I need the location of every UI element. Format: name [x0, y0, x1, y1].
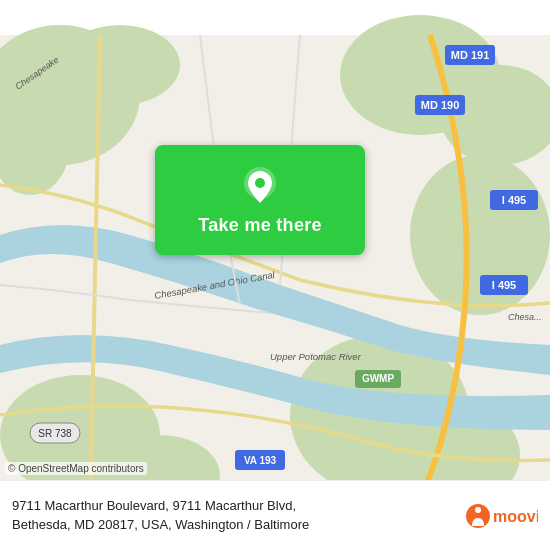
svg-text:SR 738: SR 738	[38, 428, 72, 439]
svg-text:Upper Potomac River: Upper Potomac River	[270, 351, 362, 362]
map-container: I 495 I 495 MD 191 MD 190 SR 738 VA 193 …	[0, 0, 550, 550]
svg-text:moovit: moovit	[493, 508, 538, 525]
address-text: 9711 Macarthur Boulevard, 9711 Macarthur…	[12, 497, 456, 533]
svg-text:I 495: I 495	[492, 279, 516, 291]
button-label: Take me there	[198, 215, 322, 236]
bottom-bar: 9711 Macarthur Boulevard, 9711 Macarthur…	[0, 480, 550, 550]
svg-text:MD 191: MD 191	[451, 49, 490, 61]
address-block: 9711 Macarthur Boulevard, 9711 Macarthur…	[12, 497, 466, 533]
location-pin-icon	[238, 165, 282, 209]
copyright-notice: © OpenStreetMap contributors	[5, 462, 147, 475]
svg-text:VA 193: VA 193	[244, 455, 277, 466]
svg-text:Chesa...: Chesa...	[508, 312, 542, 322]
svg-point-3	[60, 25, 180, 105]
svg-point-35	[475, 507, 481, 513]
svg-point-33	[255, 178, 265, 188]
moovit-logo-image: moovit	[466, 498, 538, 534]
moovit-logo: moovit	[466, 498, 538, 534]
svg-text:I 495: I 495	[502, 194, 526, 206]
svg-text:GWMP: GWMP	[362, 373, 395, 384]
take-me-there-button[interactable]: Take me there	[155, 145, 365, 255]
svg-text:MD 190: MD 190	[421, 99, 460, 111]
